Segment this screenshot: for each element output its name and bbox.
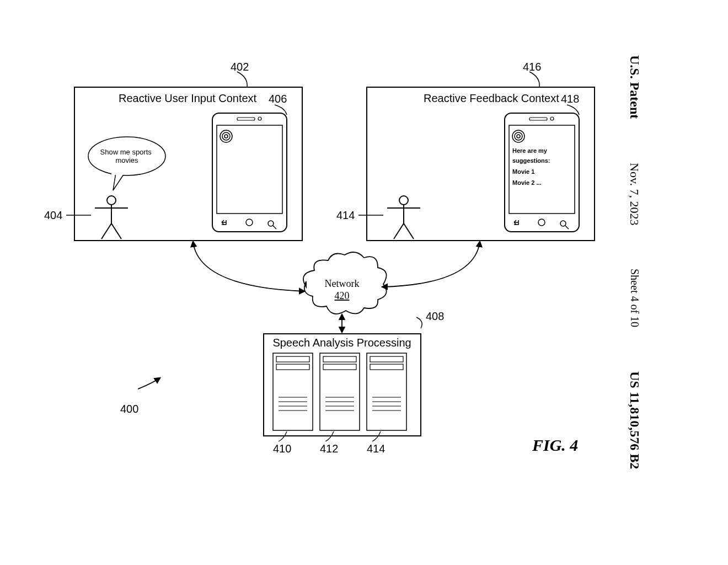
right-panel-title: Reactive Feedback Context	[424, 92, 559, 104]
server-2	[320, 353, 360, 430]
ref-414-user: 414	[336, 209, 355, 221]
ref-410: 410	[273, 443, 291, 455]
phone-line-1: suggestions:	[512, 157, 550, 164]
figure-diagram: 402 Reactive User Input Context 404 Show…	[0, 0, 728, 565]
server-3	[367, 353, 406, 430]
phone-icon-right: Here are my suggestions: Movie 1 Movie 2…	[505, 113, 579, 232]
network-ref: 420	[335, 290, 350, 301]
ref-406: 406	[269, 93, 287, 105]
phone-icon-left	[212, 113, 287, 232]
svg-line-4	[101, 223, 111, 239]
speech-line-2: movies	[115, 156, 138, 164]
speech-bubble: Show me sports movies	[88, 137, 165, 190]
left-panel-title: Reactive User Input Context	[119, 92, 257, 104]
user-icon	[95, 196, 128, 239]
network-label: Network	[325, 278, 360, 289]
phone-line-3: Movie 2 ...	[512, 179, 542, 186]
ref-412: 412	[320, 443, 338, 455]
phone-line-0: Here are my	[512, 147, 548, 154]
speech-line-1: Show me sports	[100, 148, 152, 156]
network-cloud: Network 420	[303, 252, 387, 314]
ref-408: 408	[426, 310, 444, 322]
arrow-left-to-network	[193, 242, 304, 291]
ref-400: 400	[120, 403, 138, 415]
server-1	[273, 353, 313, 430]
processing-title: Speech Analysis Processing	[272, 337, 411, 349]
ref-418: 418	[561, 93, 579, 105]
lead-arrow-400	[138, 378, 160, 389]
ref-414-server: 414	[367, 443, 385, 455]
svg-point-21	[399, 196, 408, 205]
svg-line-24	[394, 223, 404, 239]
left-context-panel: 402 Reactive User Input Context 404 Show…	[44, 61, 302, 241]
phone-line-2: Movie 1	[512, 168, 534, 175]
svg-rect-45	[320, 353, 360, 430]
arrow-right-to-network	[382, 242, 480, 287]
user-icon-right	[387, 196, 420, 239]
processing-panel: Speech Analysis Processing 408	[264, 310, 444, 455]
ref-404: 404	[44, 209, 62, 221]
ref-402: 402	[231, 61, 249, 73]
svg-rect-52	[367, 353, 406, 430]
svg-line-5	[111, 223, 121, 239]
patent-figure-page: U.S. Patent Nov. 7, 2023 Sheet 4 of 10 U…	[0, 0, 728, 565]
right-context-panel: 416 Reactive Feedback Context 414 Here a…	[336, 61, 595, 241]
svg-rect-38	[273, 353, 313, 430]
svg-rect-8	[111, 170, 126, 175]
svg-rect-13	[217, 125, 282, 214]
svg-line-25	[404, 223, 414, 239]
ref-416: 416	[523, 61, 541, 73]
svg-point-1	[107, 196, 116, 205]
